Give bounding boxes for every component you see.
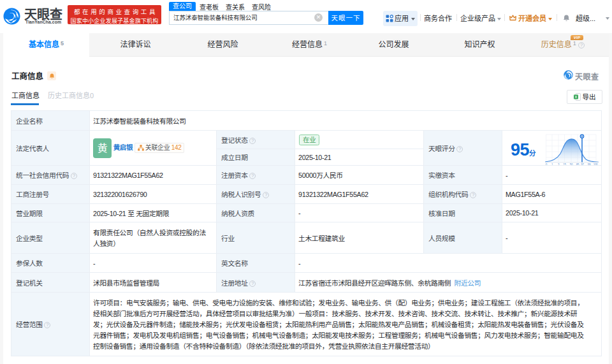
- svg-text:100: 100: [594, 163, 598, 166]
- svg-text:1: 1: [551, 163, 553, 166]
- svg-text:0: 0: [546, 163, 548, 166]
- svg-text:97: 97: [581, 163, 584, 166]
- svg-text:85: 85: [576, 163, 579, 166]
- svg-text:50: 50: [570, 163, 573, 166]
- svg-text:3: 3: [558, 163, 560, 166]
- svg-text:99: 99: [588, 163, 591, 166]
- svg-text:15: 15: [563, 163, 566, 166]
